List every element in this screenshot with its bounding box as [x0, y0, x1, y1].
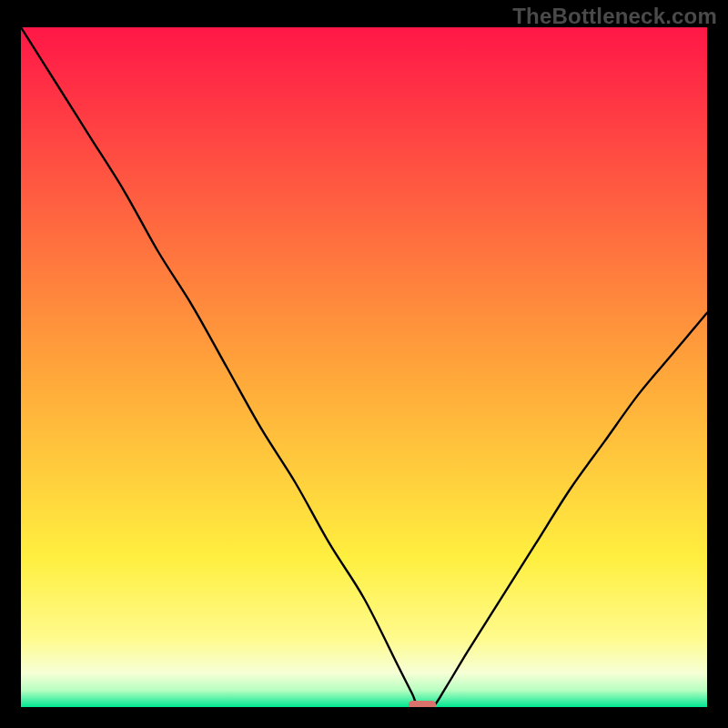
plot-area — [21, 27, 707, 707]
optimal-marker — [409, 701, 436, 707]
watermark-text: TheBottleneck.com — [512, 4, 717, 29]
gradient-background — [21, 27, 707, 707]
chart-frame: TheBottleneck.com — [0, 0, 728, 728]
bottleneck-curve-chart — [21, 27, 707, 707]
